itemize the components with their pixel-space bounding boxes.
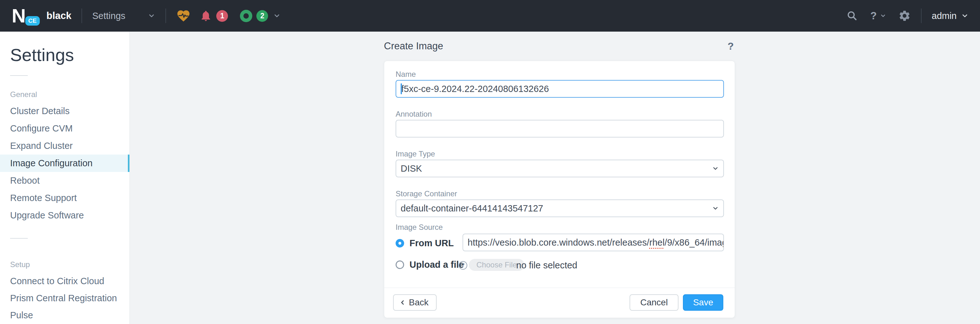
sidebar-section-setup: Setup	[10, 260, 129, 268]
file-status-text: no file selected	[516, 260, 577, 271]
modal-help-icon[interactable]: ?	[727, 40, 734, 52]
upload-file-radio[interactable]	[396, 260, 404, 269]
tasks-chevron-down-icon[interactable]	[273, 12, 281, 19]
help-menu[interactable]: ?	[870, 10, 886, 22]
help-chevron-down-icon	[880, 13, 886, 19]
name-label: Name	[396, 70, 416, 79]
sidebar-item-image-configuration[interactable]: Image Configuration	[0, 155, 129, 172]
cancel-button[interactable]: Cancel	[630, 294, 678, 311]
settings-sidebar: Settings General Cluster Details Configu…	[0, 32, 130, 324]
image-type-label: Image Type	[396, 150, 435, 158]
name-value: f5xc-ce-9.2024.22-20240806132626	[401, 84, 549, 94]
sidebar-item-prism-central-registration[interactable]: Prism Central Registration	[0, 290, 129, 306]
sidebar-item-upgrade-software[interactable]: Upgrade Software	[0, 207, 129, 224]
help-question-icon: ?	[870, 10, 877, 22]
annotation-label: Annotation	[396, 110, 432, 118]
back-label: Back	[409, 297, 428, 308]
name-input[interactable]: f5xc-ce-9.2024.22-20240806132626	[396, 80, 724, 98]
image-url-input[interactable]: https://vesio.blob.core.windows.net/rele…	[463, 234, 724, 251]
search-icon[interactable]	[846, 10, 858, 21]
upload-help-icon[interactable]: ?	[459, 261, 467, 270]
footer-actions: Cancel Save	[630, 294, 723, 311]
nav-settings-dropdown[interactable]: Settings	[92, 11, 155, 21]
divider	[10, 238, 28, 239]
nutanix-logo[interactable]: N CE	[12, 5, 39, 27]
logo-letter: N	[12, 5, 25, 27]
image-type-select[interactable]: DISK	[396, 160, 724, 177]
image-source-label: Image Source	[396, 223, 443, 232]
upload-file-label: Upload a file	[409, 260, 464, 270]
cluster-name[interactable]: black	[46, 10, 72, 21]
select-chevron-down-icon	[712, 205, 719, 212]
create-image-form: Name f5xc-ce-9.2024.22-20240806132626 An…	[384, 61, 735, 318]
back-button[interactable]: Back	[393, 294, 437, 311]
from-url-label: From URL	[409, 238, 454, 249]
from-url-radio[interactable]	[396, 239, 404, 247]
chevron-down-icon	[148, 12, 155, 19]
sidebar-section-general: General	[10, 90, 129, 98]
gear-icon[interactable]	[898, 10, 911, 22]
user-chevron-down-icon	[961, 12, 969, 19]
text-caret	[401, 83, 402, 94]
alerts-count-badge[interactable]: 1	[216, 10, 228, 22]
alerts-bell-icon[interactable]	[199, 10, 212, 22]
chevron-left-icon	[399, 299, 406, 306]
divider	[10, 75, 28, 76]
tasks-count-badge[interactable]: 2	[256, 10, 268, 22]
storage-container-label: Storage Container	[396, 189, 457, 198]
storage-container-value: default-container-64414143547127	[401, 203, 543, 214]
select-chevron-down-icon	[712, 165, 719, 172]
sidebar-item-expand-cluster[interactable]: Expand Cluster	[0, 137, 129, 155]
save-button[interactable]: Save	[683, 294, 723, 311]
storage-container-select[interactable]: default-container-64414143547127	[396, 200, 724, 217]
annotation-input[interactable]	[396, 120, 724, 137]
nav-settings-label: Settings	[92, 11, 125, 21]
user-name: admin	[932, 11, 957, 21]
divider	[81, 8, 82, 23]
sidebar-item-reboot[interactable]: Reboot	[0, 172, 129, 189]
divider	[165, 8, 166, 23]
ce-edition-badge: CE	[24, 15, 41, 27]
top-bar: N CE black Settings 1 2 ?	[0, 0, 980, 32]
image-type-value: DISK	[401, 163, 422, 174]
divider	[921, 8, 921, 23]
health-heart-icon[interactable]	[176, 8, 191, 23]
user-menu[interactable]: admin	[932, 11, 969, 21]
tasks-ring-icon[interactable]	[240, 10, 252, 22]
sidebar-item-remote-support[interactable]: Remote Support	[0, 189, 129, 207]
modal-title: Create Image	[384, 40, 443, 52]
sidebar-item-cluster-details[interactable]: Cluster Details	[0, 102, 129, 120]
sidebar-title: Settings	[10, 46, 129, 64]
sidebar-item-connect-citrix-cloud[interactable]: Connect to Citrix Cloud	[0, 273, 129, 290]
modal-titlebar: Create Image ?	[384, 40, 735, 52]
sidebar-item-configure-cvm[interactable]: Configure CVM	[0, 120, 129, 137]
image-url-value: https://vesio.blob.core.windows.net/rele…	[468, 238, 724, 248]
sidebar-item-pulse[interactable]: Pulse	[0, 306, 129, 324]
